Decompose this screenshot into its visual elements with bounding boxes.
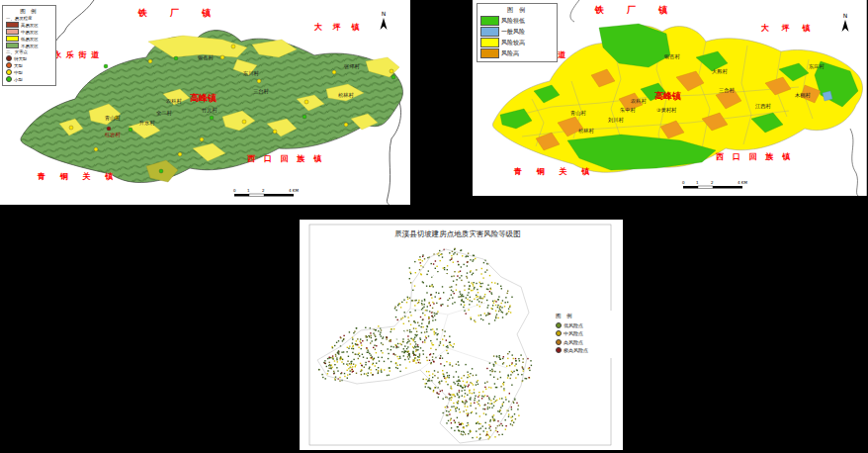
legend-swatch <box>556 330 562 336</box>
township-boundaries <box>410 303 507 370</box>
legend-title: 图 例 <box>480 6 554 15</box>
hazard-point <box>231 45 235 48</box>
legend-swatch <box>480 27 499 37</box>
hazard-point <box>104 64 108 68</box>
svg-text:2: 2 <box>262 188 265 193</box>
hazard-point <box>344 123 348 127</box>
hazard-point <box>94 147 98 151</box>
village-label: 朱中村 <box>620 107 636 114</box>
village-label: 青山村 <box>570 110 586 117</box>
legend-item: 小型 <box>6 76 52 82</box>
town-label-tiechang: 铁 厂 镇 <box>594 5 677 15</box>
legend-swatch <box>6 36 19 42</box>
legend-susceptibility: 图 例 一、易发程度 高易发区中易发区低易发区不易发区 二、灾害点 特大型大型中… <box>2 5 56 86</box>
legend-label: 极高风险点 <box>564 347 588 353</box>
village-label: 三合村 <box>719 87 735 94</box>
legend-label: 高风险点 <box>564 339 583 345</box>
town-label-tiechang: 铁 厂 镇 <box>137 8 220 18</box>
legend-swatch <box>556 322 562 328</box>
legend-item: 风险较高 <box>480 38 554 47</box>
village-label: 农科村 <box>631 98 647 105</box>
town-label-qingtongguan: 青 铜 关 镇 <box>513 167 595 176</box>
legend-swatch <box>6 76 12 82</box>
village-label: 竹元村 <box>202 107 217 114</box>
north-arrow: N <box>381 10 388 30</box>
legend-swatch <box>480 38 499 47</box>
legend-label: 特大型 <box>14 56 27 61</box>
legend-label: 不易发区 <box>21 44 39 48</box>
svg-text:4 KM: 4 KM <box>738 180 747 185</box>
legend-title: 图 例 <box>556 313 611 319</box>
legend-item: 一般风险 <box>480 27 554 37</box>
hazard-point <box>210 116 214 120</box>
svg-text:0: 0 <box>682 180 685 185</box>
boundary-line <box>570 0 579 22</box>
village-label: 张坪村 <box>344 63 360 70</box>
hazard-point <box>390 69 393 73</box>
village-label: 松林村 <box>338 92 354 99</box>
risk-point-map-panel: 辰溪县切坡建房点地质灾害风险等级图 图 例 低风险点中风险点高风险点极高风险点 <box>300 220 623 450</box>
town-label-daping: 大 坪 镇 <box>314 23 364 32</box>
north-arrow: N <box>842 12 849 32</box>
village-label: 全二村 <box>156 110 172 117</box>
town-label-gaofeng: 高峰镇 <box>190 93 217 103</box>
hazard-point <box>107 127 111 131</box>
legend-item: 高风险点 <box>556 339 611 345</box>
legend-label: 风险很低 <box>501 17 525 26</box>
legend-swatch <box>556 339 562 345</box>
legend-swatch <box>6 62 12 68</box>
hazard-point <box>391 75 395 79</box>
boundary-line <box>850 129 858 196</box>
legend-label: 小型 <box>14 77 23 82</box>
legend-item: 极高风险点 <box>556 347 611 353</box>
village-label: 江西村 <box>755 103 771 110</box>
legend-label: 低风险点 <box>564 322 583 328</box>
legend-item: 风险很低 <box>480 16 554 26</box>
hazard-point <box>242 120 246 124</box>
village-label: 农科村 <box>166 98 182 105</box>
susceptibility-map-panel: 银杏村张坪村东川村三台村农科村竹元村全二村青山村升水村松林村红岩村 铁 厂 镇 … <box>0 0 410 205</box>
village-label: 红岩村 <box>105 132 121 138</box>
legend-swatch <box>480 16 499 26</box>
legend-section: 二、灾害点 <box>6 49 52 54</box>
hazard-point <box>220 55 224 59</box>
legend-swatch <box>6 55 12 61</box>
village-label: 东庄村 <box>809 63 825 70</box>
legend-label: 中易发区 <box>21 30 39 35</box>
legend-swatch <box>6 43 19 48</box>
legend-label: 中型 <box>14 70 23 75</box>
village-label: ③黄村村 <box>656 107 677 114</box>
svg-text:1: 1 <box>247 188 250 193</box>
town-label-yongle: 永 乐 街 道 <box>52 49 100 59</box>
legend-swatch <box>556 347 562 353</box>
legend-label: 大型 <box>14 63 23 68</box>
svg-text:0: 0 <box>233 188 236 193</box>
town-label-xikou: 西 口 回 族 镇 <box>247 154 324 163</box>
hazard-point <box>200 137 204 141</box>
village-label: 银杏村 <box>664 53 680 60</box>
legend-swatch <box>6 69 12 75</box>
legend-item: 风险高 <box>480 48 554 58</box>
hazard-point <box>332 70 336 74</box>
hazard-point <box>257 79 261 83</box>
svg-text:N: N <box>843 12 848 19</box>
town-label-xikou: 西 口 回 族 镇 <box>716 152 793 161</box>
village-label: 松林村 <box>578 128 594 135</box>
legend-item: 不易发区 <box>6 43 52 48</box>
legend-swatch <box>6 29 19 35</box>
svg-text:2: 2 <box>711 180 714 185</box>
legend-swatch <box>480 48 499 58</box>
village-label: 银杏村 <box>198 54 214 61</box>
legend-section: 一、易发程度 <box>6 16 52 21</box>
village-label: 三台村 <box>253 88 269 95</box>
hazard-point <box>303 115 306 119</box>
legend-item: 大型 <box>6 62 52 68</box>
hazard-point <box>69 126 73 130</box>
legend-swatch <box>6 22 19 28</box>
legend-item: 高易发区 <box>6 22 52 28</box>
legend-item: 低易发区 <box>6 36 52 42</box>
legend-label: 风险较高 <box>501 39 525 47</box>
village-label: 木桐村 <box>795 92 811 99</box>
hazard-point <box>148 59 152 63</box>
town-label-daping: 大 坪 镇 <box>761 24 816 33</box>
